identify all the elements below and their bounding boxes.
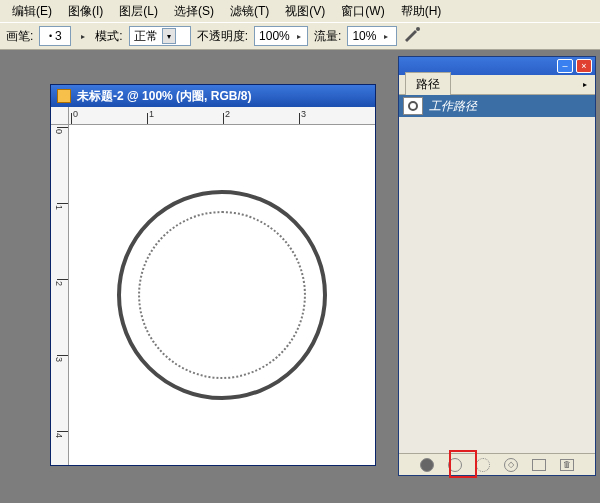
ruler-v-tick-1: 1 bbox=[54, 205, 64, 210]
menu-window[interactable]: 窗口(W) bbox=[335, 1, 390, 22]
ruler-v-tick-0: 0 bbox=[54, 129, 64, 134]
outer-circle-path bbox=[117, 190, 327, 400]
ruler-horizontal[interactable]: 0 1 2 3 bbox=[69, 107, 375, 125]
menu-view[interactable]: 视图(V) bbox=[279, 1, 331, 22]
ruler-vertical[interactable]: 0 1 2 3 4 bbox=[51, 125, 69, 465]
brush-preset-picker[interactable]: • 3 bbox=[39, 26, 71, 46]
brush-size-value: 3 bbox=[55, 29, 62, 43]
chevron-down-icon: ▾ bbox=[162, 28, 176, 44]
ruler-v-tick-2: 2 bbox=[54, 281, 64, 286]
canvas[interactable] bbox=[69, 125, 375, 465]
make-work-path-icon[interactable]: ◇ bbox=[504, 458, 518, 472]
menu-edit[interactable]: 编辑(E) bbox=[6, 1, 58, 22]
brush-dot-icon: • bbox=[49, 31, 52, 41]
flow-flyout-icon: ▸ bbox=[380, 27, 392, 45]
menu-help[interactable]: 帮助(H) bbox=[395, 1, 448, 22]
path-row-workpath[interactable]: 工作路径 bbox=[399, 95, 595, 117]
annotation-highlight-box bbox=[449, 450, 477, 478]
menu-filter[interactable]: 滤镜(T) bbox=[224, 1, 275, 22]
delete-path-icon[interactable]: 🗑 bbox=[560, 459, 574, 471]
flow-field[interactable]: 10% ▸ bbox=[347, 26, 397, 46]
flow-label: 流量: bbox=[314, 28, 341, 45]
flow-value: 10% bbox=[352, 29, 376, 43]
path-thumbnail bbox=[403, 97, 423, 115]
panel-menu-flyout-icon[interactable]: ▸ bbox=[579, 80, 591, 89]
new-path-icon[interactable] bbox=[532, 459, 546, 471]
menu-select[interactable]: 选择(S) bbox=[168, 1, 220, 22]
tab-paths[interactable]: 路径 bbox=[405, 72, 451, 95]
mode-value: 正常 bbox=[134, 28, 158, 45]
document-window: 未标题-2 @ 100% (内圈, RGB/8) 0 1 2 3 0 1 2 3… bbox=[50, 84, 376, 466]
menu-layer[interactable]: 图层(L) bbox=[113, 1, 164, 22]
ruler-v-tick-3: 3 bbox=[54, 357, 64, 362]
panel-close-icon[interactable]: × bbox=[576, 59, 592, 73]
document-body: 0 1 2 3 0 1 2 3 4 bbox=[51, 107, 375, 465]
panel-minimize-icon[interactable]: – bbox=[557, 59, 573, 73]
ruler-h-tick-1: 1 bbox=[149, 109, 154, 119]
mode-dropdown[interactable]: 正常 ▾ bbox=[129, 26, 191, 46]
brush-label: 画笔: bbox=[6, 28, 33, 45]
ruler-h-tick-0: 0 bbox=[73, 109, 78, 119]
menu-bar: 编辑(E) 图像(I) 图层(L) 选择(S) 滤镜(T) 视图(V) 窗口(W… bbox=[0, 0, 600, 22]
options-bar: 画笔: • 3 ▸ 模式: 正常 ▾ 不透明度: 100% ▸ 流量: 10% … bbox=[0, 22, 600, 50]
brush-flyout-icon[interactable]: ▸ bbox=[77, 27, 89, 45]
ruler-origin[interactable] bbox=[51, 107, 69, 125]
ruler-v-tick-4: 4 bbox=[54, 433, 64, 438]
mode-label: 模式: bbox=[95, 28, 122, 45]
document-icon bbox=[57, 89, 71, 103]
airbrush-toggle-icon[interactable] bbox=[403, 26, 421, 47]
document-title: 未标题-2 @ 100% (内圈, RGB/8) bbox=[77, 88, 251, 105]
paths-list: 工作路径 bbox=[399, 95, 595, 453]
document-titlebar[interactable]: 未标题-2 @ 100% (内圈, RGB/8) bbox=[51, 85, 375, 107]
panel-bottom-buttons: ◇ 🗑 bbox=[399, 453, 595, 475]
ruler-h-tick-2: 2 bbox=[225, 109, 230, 119]
panel-tabs: 路径 ▸ bbox=[399, 75, 595, 95]
menu-image[interactable]: 图像(I) bbox=[62, 1, 109, 22]
svg-point-0 bbox=[416, 27, 420, 31]
inner-circle-selection bbox=[138, 211, 306, 379]
fill-path-icon[interactable] bbox=[420, 458, 434, 472]
opacity-flyout-icon: ▸ bbox=[294, 27, 305, 45]
workspace-area: – × 路径 ▸ 工作路径 ◇ 🗑 未标题-2 @ 100% (内圈, RGB/ bbox=[0, 50, 600, 503]
path-to-selection-icon[interactable] bbox=[476, 458, 490, 472]
opacity-value: 100% bbox=[259, 29, 290, 43]
path-name-label: 工作路径 bbox=[429, 98, 477, 115]
opacity-label: 不透明度: bbox=[197, 28, 248, 45]
opacity-field[interactable]: 100% ▸ bbox=[254, 26, 308, 46]
paths-panel: – × 路径 ▸ 工作路径 ◇ 🗑 bbox=[398, 56, 596, 476]
ruler-h-tick-3: 3 bbox=[301, 109, 306, 119]
